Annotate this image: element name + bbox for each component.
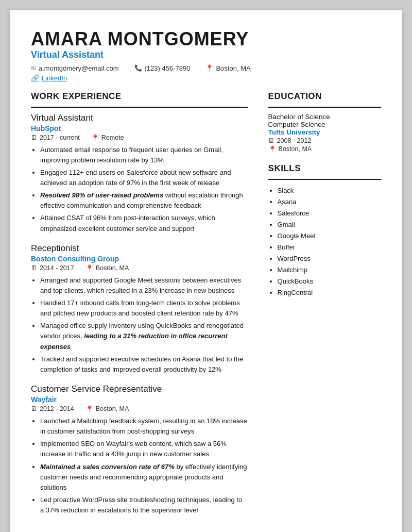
skill-ringcentral: RingCentral xyxy=(278,287,381,298)
skill-asana: Asana xyxy=(278,196,381,208)
bullet-2-1: Arranged and supported Google Meet sessi… xyxy=(40,275,248,296)
job-bullets-1: Automated email response to frequent use… xyxy=(31,145,248,234)
bullet-3-1: Launched a Mailchimp feedback system, re… xyxy=(40,416,248,437)
bullet-2-4: Tracked and supported executive schedule… xyxy=(40,354,248,375)
skills-title: SKILLS xyxy=(268,163,381,174)
job-bullets-2: Arranged and supported Google Meet sessi… xyxy=(31,275,248,375)
loc-icon-3: 📍 xyxy=(85,405,94,413)
bullet-3-2: Implemented SEO on Wayfair's web content… xyxy=(40,439,248,459)
full-name: AMARA MONTGOMERY xyxy=(31,29,381,49)
job-entry-wayfair: Customer Service Representative Wayfair … xyxy=(31,384,248,516)
bullet-2-2: Handled 17+ inbound calls from long-term… xyxy=(40,298,248,319)
edu-entry-1: Bachelor of Science Computer Science Tuf… xyxy=(268,113,381,153)
resume-page: AMARA MONTGOMERY Virtual Assistant ✉ a.m… xyxy=(10,10,402,532)
job-location-3: 📍 Boston, MA xyxy=(85,405,129,413)
email-text: a.montgomery@email.com xyxy=(39,64,119,72)
email-icon: ✉ xyxy=(31,64,36,72)
cal-icon-3: 🗓 xyxy=(31,405,38,412)
linkedin-icon: 🔗 xyxy=(31,74,39,82)
linkedin-row: 🔗 LinkedIn xyxy=(31,74,381,82)
bullet-2-3: Managed office supply inventory using Qu… xyxy=(40,321,248,352)
edu-period: 🗓 2008 - 2012 xyxy=(268,137,381,144)
bullet-3-4: Led proactive WordPress site troubleshoo… xyxy=(40,495,248,516)
company-wayfair: Wayfair xyxy=(31,395,248,404)
skill-salesforce: Salesforce xyxy=(278,208,381,219)
header-section: AMARA MONTGOMERY Virtual Assistant ✉ a.m… xyxy=(31,29,381,82)
skills-section: SKILLS Slack Asana Salesforce Gmail Goog… xyxy=(268,163,381,299)
work-divider xyxy=(31,107,248,108)
bullet-1-2: Engaged 112+ end users on Salesforce abo… xyxy=(40,168,248,188)
linkedin-link[interactable]: 🔗 LinkedIn xyxy=(31,74,381,82)
bold-italic-3: Maintained a sales conversion rate of 67… xyxy=(40,463,175,471)
bullet-3-3: Maintained a sales conversion rate of 67… xyxy=(40,462,248,493)
job-meta-3: 🗓 2012 - 2014 📍 Boston, MA xyxy=(31,405,248,413)
loc-icon-2: 📍 xyxy=(85,264,94,272)
location-icon: 📍 xyxy=(205,64,213,72)
skill-buffer: Buffer xyxy=(278,242,381,253)
loc-icon-1: 📍 xyxy=(91,134,99,142)
phone-text: (123) 456-7890 xyxy=(145,64,191,72)
email-contact: ✉ a.montgomery@email.com xyxy=(31,64,119,72)
main-content: WORK EXPERIENCE Virtual Assistant HubSpo… xyxy=(31,91,381,525)
skill-slack: Slack xyxy=(278,185,381,196)
job-location-1: 📍 Remote xyxy=(91,134,124,142)
skill-gmail: Gmail xyxy=(278,219,381,230)
edu-meta: 🗓 2008 - 2012 📍 Boston, MA xyxy=(268,137,381,153)
phone-icon: 📞 xyxy=(134,64,142,72)
job-role-3: Customer Service Representative xyxy=(31,384,248,394)
skill-wordpress: WordPress xyxy=(278,253,381,264)
right-column: EDUCATION Bachelor of Science Computer S… xyxy=(263,91,381,525)
skills-list: Slack Asana Salesforce Gmail Google Meet… xyxy=(268,185,381,299)
left-column: WORK EXPERIENCE Virtual Assistant HubSpo… xyxy=(31,91,248,525)
company-bcg: Boston Consulting Group xyxy=(31,255,248,263)
edu-degree: Bachelor of Science xyxy=(268,113,381,121)
loc-icon-edu: 📍 xyxy=(268,145,277,153)
linkedin-label: LinkedIn xyxy=(42,74,67,82)
job-period-3: 🗓 2012 - 2014 xyxy=(31,405,74,412)
job-entry-hubspot: Virtual Assistant HubSpot 🗓 2017 - curre… xyxy=(31,113,248,234)
cal-icon-2: 🗓 xyxy=(31,264,38,272)
job-location-2: 📍 Boston, MA xyxy=(85,264,129,272)
bullet-1-4: Attained CSAT of 96% from post-interacti… xyxy=(40,213,248,234)
skills-divider xyxy=(268,179,381,180)
skill-quickbooks: QuickBooks xyxy=(278,276,381,287)
job-period-2: 🗓 2014 - 2017 xyxy=(31,264,74,272)
education-divider xyxy=(268,107,381,108)
company-hubspot: HubSpot xyxy=(31,124,248,132)
bold-italic-2: leading to a 31% reduction in office rec… xyxy=(40,332,228,350)
skill-mailchimp: Mailchimp xyxy=(278,264,381,276)
job-meta-2: 🗓 2014 - 2017 📍 Boston, MA xyxy=(31,264,248,272)
edu-school: Tufts University xyxy=(268,128,381,136)
phone-contact: 📞 (123) 456-7890 xyxy=(134,64,191,72)
job-meta-1: 🗓 2017 - current 📍 Remote xyxy=(31,134,248,142)
bullet-1-3: Resolved 98% of user-raised problems wit… xyxy=(40,190,248,211)
contact-row: ✉ a.montgomery@email.com 📞 (123) 456-789… xyxy=(31,64,381,72)
education-section: EDUCATION Bachelor of Science Computer S… xyxy=(268,91,381,153)
skill-google-meet: Google Meet xyxy=(278,230,381,242)
bullet-1-1: Automated email response to frequent use… xyxy=(40,145,248,165)
job-title: Virtual Assistant xyxy=(31,49,381,60)
edu-field: Computer Science xyxy=(268,121,381,128)
job-role-2: Receptionist xyxy=(31,243,248,254)
cal-icon-edu: 🗓 xyxy=(268,137,275,144)
job-role-1: Virtual Assistant xyxy=(31,113,248,123)
job-period-1: 🗓 2017 - current xyxy=(31,134,80,141)
location-contact: 📍 Boston, MA xyxy=(205,64,250,72)
job-bullets-3: Launched a Mailchimp feedback system, re… xyxy=(31,416,248,516)
job-entry-bcg: Receptionist Boston Consulting Group 🗓 2… xyxy=(31,243,248,375)
work-experience-title: WORK EXPERIENCE xyxy=(31,91,248,102)
edu-location: 📍 Boston, MA xyxy=(268,145,381,153)
bold-italic-1: Resolved 98% of user-raised problems xyxy=(40,191,163,199)
cal-icon-1: 🗓 xyxy=(31,134,38,141)
location-text: Boston, MA xyxy=(216,64,250,72)
education-title: EDUCATION xyxy=(268,91,381,102)
